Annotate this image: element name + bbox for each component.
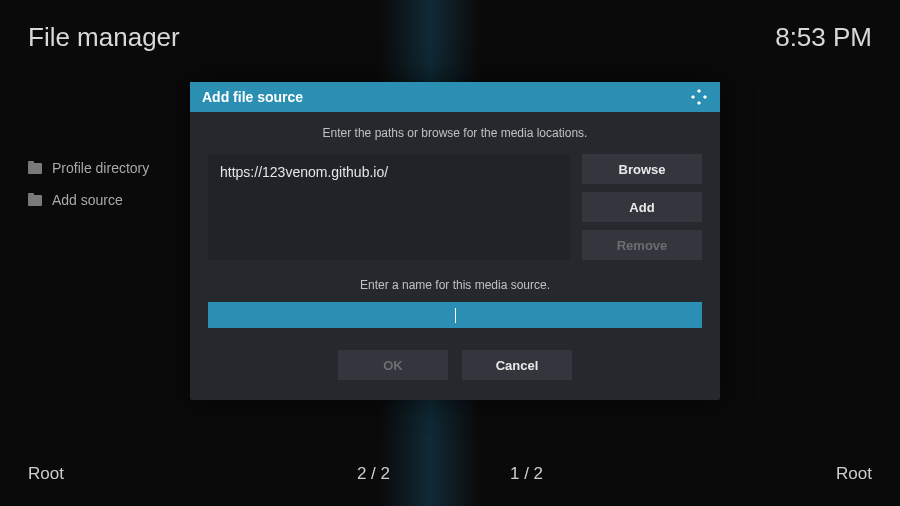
dialog-header: Add file source	[190, 82, 720, 112]
dialog-body: Enter the paths or browse for the media …	[190, 112, 720, 400]
footer-left-root: Root	[28, 464, 64, 484]
cancel-button[interactable]: Cancel	[462, 350, 572, 380]
page-title: File manager	[28, 22, 180, 53]
kodi-logo-icon	[690, 88, 708, 106]
sidebar-item-add-source[interactable]: Add source	[28, 192, 178, 208]
sidebar-item-label: Add source	[52, 192, 123, 208]
svg-rect-3	[697, 101, 701, 105]
footer-left-count: 2 / 2	[357, 464, 390, 484]
text-cursor	[455, 308, 456, 323]
svg-rect-2	[703, 95, 707, 99]
add-file-source-dialog: Add file source Enter the paths or brows…	[190, 82, 720, 400]
path-value: https://123venom.github.io/	[220, 164, 388, 180]
folder-icon	[28, 195, 42, 206]
add-button[interactable]: Add	[582, 192, 702, 222]
name-instruction: Enter a name for this media source.	[208, 278, 702, 292]
path-instruction: Enter the paths or browse for the media …	[208, 126, 702, 140]
svg-rect-0	[697, 89, 701, 93]
dialog-actions: OK Cancel	[208, 350, 702, 380]
path-row: https://123venom.github.io/ Browse Add R…	[208, 154, 702, 260]
top-bar: File manager 8:53 PM	[28, 22, 872, 53]
footer-right-count: 1 / 2	[510, 464, 543, 484]
folder-icon	[28, 163, 42, 174]
footer-bar: Root 2 / 2 1 / 2 Root	[28, 464, 872, 484]
svg-rect-1	[691, 95, 695, 99]
dialog-title: Add file source	[202, 89, 303, 105]
left-panel: Profile directory Add source	[28, 160, 178, 224]
clock: 8:53 PM	[775, 22, 872, 53]
remove-button: Remove	[582, 230, 702, 260]
sidebar-item-label: Profile directory	[52, 160, 149, 176]
path-input[interactable]: https://123venom.github.io/	[208, 154, 570, 260]
sidebar-item-profile-directory[interactable]: Profile directory	[28, 160, 178, 176]
source-name-input[interactable]	[208, 302, 702, 328]
footer-right-root: Root	[836, 464, 872, 484]
browse-button[interactable]: Browse	[582, 154, 702, 184]
path-buttons: Browse Add Remove	[582, 154, 702, 260]
ok-button: OK	[338, 350, 448, 380]
